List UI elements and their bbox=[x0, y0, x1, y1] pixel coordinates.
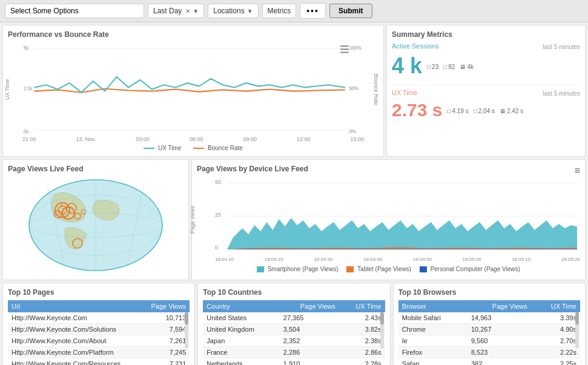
scroll-indicator3[interactable] bbox=[575, 312, 579, 349]
table-row: France 2,286 2.86s bbox=[203, 347, 385, 358]
globe-container bbox=[17, 177, 174, 274]
table-row: Http://Www.Keynote.Com 10,713 bbox=[8, 312, 190, 324]
svg-text:50%: 50% bbox=[349, 85, 359, 91]
uxtime-line-icon bbox=[144, 148, 154, 149]
top-pages-title: Top 10 Pages bbox=[8, 288, 190, 297]
locations-arrow: ▼ bbox=[247, 8, 253, 15]
ux-time-block: UX Time last 5 minutes 2.73 s □ 4.19 s □… bbox=[392, 89, 580, 120]
perf-y-left: UX Time bbox=[4, 79, 10, 100]
top-browsers-title: Top 10 Browsers bbox=[398, 288, 580, 297]
active-sessions-block: Active Sessions last 5 minutes 4 k □ 23 … bbox=[392, 42, 580, 79]
perf-chart-wrapper: UX Time Bounce Rate 5s 2.5s 0s 100% 50% … bbox=[8, 42, 378, 136]
table-row: Japan 2,352 2.38s bbox=[203, 335, 385, 347]
timerange-label: Last Day bbox=[153, 7, 182, 15]
ux-time-devices: □ 4.19 s □ 2.04 s 🖥 2.42 s bbox=[447, 108, 523, 114]
device-x-labels: 18:04:10 18:04:20 18:04:30 18:04:40 18:0… bbox=[215, 257, 580, 262]
active-sessions-label: Active Sessions bbox=[392, 42, 439, 50]
col-pageviews2: Page Views bbox=[280, 300, 339, 312]
table-row: Http://Www.Keynote.Com/Platform 7,245 bbox=[8, 347, 190, 358]
summary-title: Summary Metrics bbox=[392, 30, 580, 39]
table-row: Firefox 8,523 2.22s bbox=[398, 347, 580, 358]
svg-text:25: 25 bbox=[215, 212, 221, 218]
col-uxtime2: UX Time bbox=[531, 300, 580, 312]
row3: Top 10 Pages Url Page Views Http://Www.K… bbox=[2, 283, 586, 365]
device-legend: Smartphone (Page Views) Tablet (Page Vie… bbox=[197, 266, 580, 272]
active-sessions-devices: □ 23 □ 82 🖥 4k bbox=[427, 64, 474, 70]
top-countries-table: Country Page Views UX Time United States… bbox=[203, 300, 385, 365]
tablet-icon1: □ bbox=[443, 64, 447, 70]
device-chart-area: 50 25 0 bbox=[215, 177, 580, 255]
device-hamburger-icon[interactable]: ≡ bbox=[575, 165, 580, 176]
svg-text:5s: 5s bbox=[24, 45, 28, 51]
legend-bouncerate: Bounce Rate bbox=[193, 145, 243, 151]
legend-uxtime: UX Time bbox=[144, 145, 181, 151]
col-country: Country bbox=[203, 300, 279, 312]
top-pages-table-wrapper: Url Page Views Http://Www.Keynote.Com 10… bbox=[8, 300, 190, 365]
select-options-input[interactable] bbox=[5, 4, 144, 18]
legend-pc: Personal Computer (Page Views) bbox=[420, 266, 520, 272]
svg-rect-10 bbox=[340, 48, 349, 50]
timerange-clear[interactable]: ✕ bbox=[185, 8, 190, 15]
table-row: Http://Www.Keynote.Com/Solutions 7,594 bbox=[8, 324, 190, 335]
mobile-icon1: □ bbox=[427, 64, 431, 70]
submit-button[interactable]: Submit bbox=[329, 4, 372, 18]
tablet-icon2: □ bbox=[474, 108, 477, 114]
perf-title: Performance vs Bounce Rate bbox=[8, 30, 378, 39]
table-row: Chrome 10,267 4.90s bbox=[398, 324, 580, 335]
more-options-button[interactable]: ••• bbox=[300, 3, 326, 19]
timerange-arrow: ▼ bbox=[193, 8, 199, 15]
svg-text:0%: 0% bbox=[349, 129, 356, 134]
globe-panel: Page Views Live Feed bbox=[2, 159, 189, 280]
legend-smartphone: Smartphone (Page Views) bbox=[257, 266, 338, 272]
perf-legend: UX Time Bounce Rate bbox=[8, 145, 378, 151]
scroll-thumb bbox=[185, 312, 188, 324]
summary-panel: Summary Metrics Active Sessions last 5 m… bbox=[386, 25, 586, 157]
top-countries-table-wrapper: Country Page Views UX Time United States… bbox=[203, 300, 385, 365]
tablet-rect-icon bbox=[346, 266, 354, 272]
svg-text:2.5s: 2.5s bbox=[24, 85, 33, 91]
top-countries-panel: Top 10 Countries Country Page Views UX T… bbox=[197, 283, 390, 365]
main-content: Performance vs Bounce Rate UX Time Bounc… bbox=[0, 22, 588, 365]
table-row: Http://Www.Keynote.Com/About 7,261 bbox=[8, 335, 190, 347]
svg-text:50: 50 bbox=[215, 179, 221, 185]
device-chart-wrapper: Page views 50 25 0 bbox=[197, 177, 580, 262]
scroll-thumb2 bbox=[380, 312, 384, 324]
metrics-dropdown[interactable]: Metrics bbox=[262, 4, 297, 18]
scroll-indicator2[interactable] bbox=[380, 312, 384, 349]
table-row: Safari 382 2.25s bbox=[398, 358, 580, 366]
bouncerate-line-icon bbox=[193, 148, 204, 149]
scroll-indicator[interactable] bbox=[185, 312, 188, 349]
col-uxtime: UX Time bbox=[339, 300, 385, 312]
col-pageviews: Page Views bbox=[141, 300, 190, 312]
row1: Performance vs Bounce Rate UX Time Bounc… bbox=[2, 25, 586, 157]
svg-rect-11 bbox=[340, 52, 349, 53]
col-url: Url bbox=[8, 300, 141, 312]
svg-rect-9 bbox=[340, 45, 349, 47]
top-countries-title: Top 10 Countries bbox=[203, 288, 385, 297]
globe-title: Page Views Live Feed bbox=[8, 165, 183, 173]
perf-panel: Performance vs Bounce Rate UX Time Bounc… bbox=[2, 25, 384, 157]
locations-dropdown[interactable]: Locations ▼ bbox=[208, 4, 258, 18]
ux-time-label: UX Time bbox=[392, 89, 417, 96]
svg-text:100%: 100% bbox=[349, 45, 362, 51]
scroll-thumb3 bbox=[575, 312, 579, 324]
col-browser: Browser bbox=[398, 300, 467, 312]
active-sessions-timeframe: last 5 minutes bbox=[543, 44, 580, 50]
device-chart-svg: 50 25 0 bbox=[215, 177, 580, 255]
svg-text:0: 0 bbox=[215, 245, 218, 251]
top-bar: Last Day ✕ ▼ Locations ▼ Metrics ••• Sub… bbox=[0, 0, 588, 22]
device-title: Page Views by Device Live Feed bbox=[197, 165, 308, 173]
table-row: United States 27,365 2.43s bbox=[203, 312, 385, 324]
table-row: Ie 9,560 2.70s bbox=[398, 335, 580, 347]
active-sessions-value: 4 k bbox=[392, 53, 422, 79]
ux-time-value: 2.73 s bbox=[392, 100, 442, 120]
col-pageviews3: Page Views bbox=[467, 300, 531, 312]
row2: Page Views Live Feed bbox=[2, 159, 586, 280]
device-y-label: Page views bbox=[190, 205, 196, 233]
timerange-dropdown[interactable]: Last Day ✕ ▼ bbox=[148, 4, 204, 18]
perf-chart-svg: 5s 2.5s 0s 100% 50% 0% bbox=[22, 42, 364, 136]
top-browsers-table: Browser Page Views UX Time Mobile Safari… bbox=[398, 300, 580, 365]
top-pages-table: Url Page Views Http://Www.Keynote.Com 10… bbox=[8, 300, 190, 365]
table-row: United Kingdom 3,504 3.82s bbox=[203, 324, 385, 335]
top-pages-panel: Top 10 Pages Url Page Views Http://Www.K… bbox=[2, 283, 195, 365]
